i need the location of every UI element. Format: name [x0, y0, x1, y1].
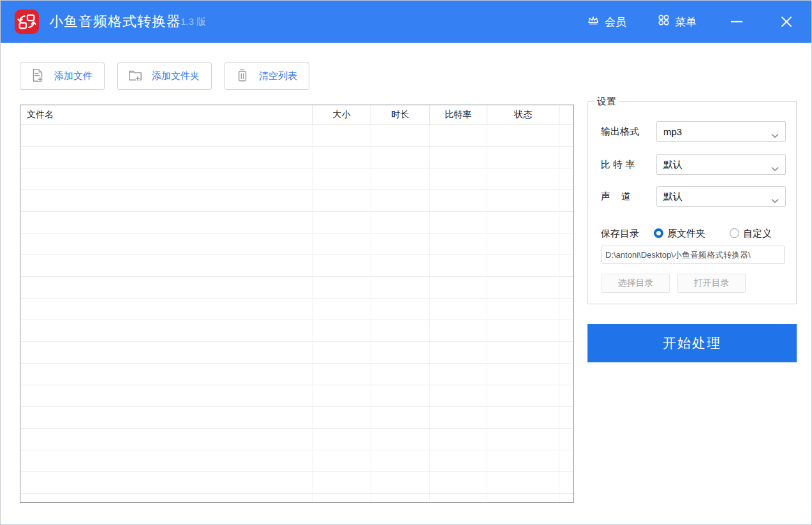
bitrate-select[interactable]: 默认: [656, 154, 786, 175]
open-directory-button[interactable]: 打开目录: [677, 274, 746, 293]
table-row: [20, 364, 573, 385]
add-files-button[interactable]: 添加文件: [20, 63, 105, 90]
choose-directory-button[interactable]: 选择目录: [602, 274, 670, 293]
table-cell: [430, 472, 487, 493]
chevron-down-icon: [771, 129, 779, 140]
table-cell: [430, 299, 487, 320]
table-row: [20, 385, 573, 407]
table-cell: [487, 450, 559, 471]
table-row: [20, 255, 573, 277]
clear-list-button[interactable]: 清空列表: [225, 63, 309, 90]
table-cell: [20, 190, 313, 211]
settings-panel: 设置 输出格式 mp3 比 特 率 默认 声 道 默认 保存目录 原文件夹 自定…: [587, 101, 797, 304]
save-path-input[interactable]: [602, 246, 785, 264]
radio-custom[interactable]: [730, 228, 739, 238]
channel-select[interactable]: 默认: [656, 186, 786, 207]
output-format-select[interactable]: mp3: [656, 121, 786, 142]
table-cell: [371, 212, 430, 233]
app-title: 小鱼音频格式转换器: [49, 1, 181, 43]
menu-label: 菜单: [675, 15, 697, 29]
channel-value: 默认: [663, 191, 683, 203]
table-row: [20, 233, 573, 255]
crown-icon: [586, 13, 600, 31]
table-cell: [559, 233, 573, 255]
menu-button[interactable]: 菜单: [657, 13, 697, 30]
toolbar: 添加文件 添加文件夹 清空列表: [20, 63, 309, 90]
table-cell: [313, 233, 371, 255]
radio-original-folder[interactable]: [654, 228, 663, 238]
column-header-size[interactable]: 大小: [313, 105, 371, 124]
table-cell: [371, 494, 430, 502]
table-cell: [20, 494, 313, 502]
minimize-button[interactable]: [727, 12, 746, 31]
table-cell: [20, 429, 313, 450]
table-cell: [371, 190, 430, 211]
table-cell: [313, 429, 371, 450]
table-cell: [371, 385, 430, 406]
table-cell: [20, 233, 313, 255]
table-cell: [20, 407, 313, 428]
column-header-filename[interactable]: 文件名: [20, 105, 313, 124]
file-plus-icon: [29, 67, 46, 86]
table-cell: [313, 472, 371, 493]
radio-original-folder-label[interactable]: 原文件夹: [667, 228, 705, 239]
column-header-duration[interactable]: 时长: [371, 105, 430, 124]
table-cell: [20, 277, 313, 298]
table-cell: [559, 450, 573, 471]
add-folder-button[interactable]: 添加文件夹: [117, 63, 212, 90]
table-cell: [430, 255, 487, 276]
table-cell: [20, 299, 313, 320]
table-row: [20, 212, 573, 233]
table-cell: [313, 277, 371, 298]
table-cell: [371, 147, 430, 168]
table-cell: [313, 320, 371, 341]
table-cell: [487, 472, 559, 493]
table-cell: [430, 429, 487, 450]
table-cell: [20, 255, 313, 276]
table-row: [20, 450, 573, 472]
chevron-down-icon: [771, 163, 779, 174]
start-processing-button[interactable]: 开始处理: [587, 324, 797, 362]
member-button[interactable]: 会员: [586, 13, 626, 31]
table-cell: [559, 494, 573, 502]
table-cell: [430, 450, 487, 471]
table-cell: [559, 299, 573, 320]
table-cell: [313, 125, 371, 146]
table-cell: [371, 255, 430, 276]
app-window: 小鱼音频格式转换器 1.3 版 会员: [0, 0, 812, 525]
table-cell: [559, 277, 573, 298]
add-files-label: 添加文件: [54, 70, 92, 82]
table-cell: [371, 168, 430, 189]
radio-custom-label[interactable]: 自定义: [743, 228, 772, 239]
table-cell: [559, 472, 573, 493]
table-cell: [487, 494, 559, 502]
chevron-down-icon: [771, 195, 779, 205]
table-cell: [20, 212, 313, 233]
save-dir-label: 保存目录: [601, 228, 639, 239]
table-cell: [487, 342, 559, 363]
settings-legend: 设置: [594, 96, 619, 108]
table-cell: [430, 212, 487, 233]
table-row: [20, 277, 573, 299]
file-list[interactable]: 文件名 大小 时长 比特率 状态: [20, 105, 574, 503]
table-cell: [487, 255, 559, 276]
column-header-status[interactable]: 状态: [487, 105, 559, 124]
table-row: [20, 472, 573, 494]
table-cell: [487, 168, 559, 189]
table-row: [20, 407, 573, 429]
table-row: [20, 342, 573, 364]
table-cell: [313, 168, 371, 189]
table-cell: [559, 168, 573, 189]
table-cell: [559, 212, 573, 233]
close-button[interactable]: [777, 12, 796, 31]
table-cell: [313, 190, 371, 211]
column-header-bitrate[interactable]: 比特率: [430, 105, 487, 124]
table-cell: [20, 147, 313, 168]
table-cell: [20, 320, 313, 341]
table-cell: [559, 429, 573, 450]
folder-plus-icon: [127, 67, 144, 86]
table-cell: [371, 450, 430, 471]
table-row: [20, 429, 573, 450]
table-row: [20, 147, 573, 168]
table-cell: [371, 299, 430, 320]
